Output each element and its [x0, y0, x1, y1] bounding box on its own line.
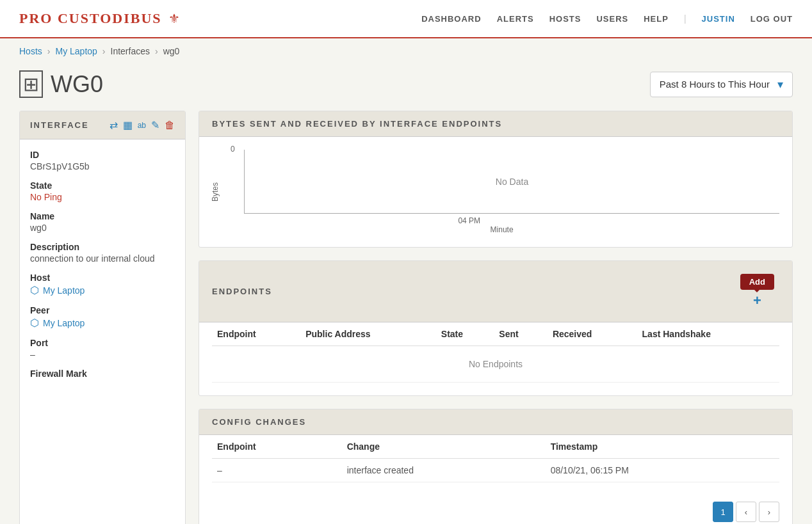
breadcrumb-wg0: wg0 [163, 46, 180, 56]
host-icon: ⬡ [30, 284, 39, 296]
field-value-host[interactable]: ⬡ My Laptop [30, 284, 175, 296]
nav-help[interactable]: HELP [644, 14, 669, 24]
breadcrumb-my-laptop[interactable]: My Laptop [55, 46, 97, 56]
chart-area: Bytes 0 No Data 04 PM Minute [199, 137, 792, 247]
endpoints-table: Endpoint Public Address State Sent Recei… [212, 322, 779, 383]
transfer-icon[interactable]: ⇄ [110, 119, 118, 131]
nav-logout[interactable]: LOG OUT [751, 14, 793, 24]
field-label-name: Name [30, 211, 175, 221]
time-selector-label: Past 8 Hours to This Hour [660, 79, 770, 90]
config-table-wrap: Endpoint Change Timestamp – interface cr… [199, 435, 792, 495]
config-col-endpoint: Endpoint [212, 435, 342, 459]
col-public-address: Public Address [300, 322, 436, 346]
col-state: State [436, 322, 494, 346]
sidebar-content: ID CBrS1pV1G5b State No Ping Name wg0 De… [20, 139, 185, 388]
add-tooltip: Add [740, 274, 774, 290]
breadcrumb: Hosts › My Laptop › Interfaces › wg0 [0, 38, 812, 64]
chart-x-minute-label: Minute [244, 225, 514, 234]
endpoints-table-wrap: Endpoint Public Address State Sent Recei… [199, 322, 792, 395]
app-header: PRO CUSTODIBUS ⚜ DASHBOARD ALERTS HOSTS … [0, 0, 812, 38]
chart-container: 0 No Data [244, 150, 779, 214]
col-sent: Sent [494, 322, 548, 346]
add-endpoint-area: Add + [735, 269, 779, 314]
time-selector[interactable]: Past 8 Hours to This Hour ▾ [650, 72, 793, 97]
sidebar-title: INTERFACE [30, 120, 89, 130]
nav-users[interactable]: USERS [596, 14, 628, 24]
breadcrumb-sep-1: › [47, 46, 51, 56]
logo-icon: ⚜ [168, 11, 180, 26]
endpoints-section-title: ENDPOINTS [212, 287, 272, 296]
delete-icon[interactable]: 🗑 [165, 120, 175, 131]
field-value-id: CBrS1pV1G5b [30, 161, 175, 171]
field-value-description: connection to our internal cloud [30, 253, 175, 264]
endpoints-section: ENDPOINTS Add + Endpoint Public Address … [199, 260, 793, 396]
chevron-down-icon: ▾ [777, 77, 783, 91]
col-endpoint: Endpoint [212, 322, 300, 346]
config-section-header: CONFIG CHANGES [199, 409, 792, 435]
sidebar-header: INTERFACE ⇄ ▦ ab ✎ 🗑 [20, 111, 185, 139]
breadcrumb-sep-2: › [102, 46, 106, 56]
field-label-description: Description [30, 242, 175, 252]
chart-y-label: Bytes [211, 182, 220, 202]
config-section-title: CONFIG CHANGES [212, 417, 306, 427]
field-label-peer: Peer [30, 305, 175, 315]
chart-no-data: No Data [496, 177, 528, 187]
next-page-button[interactable]: › [759, 502, 779, 522]
main-nav: DASHBOARD ALERTS HOSTS USERS HELP | JusT… [421, 13, 793, 24]
col-last-handshake: Last Handshake [637, 322, 779, 346]
page-title-text: WG0 [51, 71, 103, 98]
main-content: INTERFACE ⇄ ▦ ab ✎ 🗑 ID CBrS1pV1G5b Stat… [0, 111, 812, 524]
nav-alerts[interactable]: ALERTS [497, 14, 534, 24]
endpoints-section-header: ENDPOINTS Add + [199, 261, 792, 322]
field-label-id: ID [30, 150, 175, 160]
chart-section-title: BYTES SENT AND RECEIVED BY INTERFACE END… [212, 119, 502, 129]
add-label: Add [749, 277, 765, 287]
config-table-row: – interface created 08/10/21, 06:15 PM [212, 459, 779, 482]
pagination: 1 ‹ › [199, 495, 792, 524]
config-table: Endpoint Change Timestamp – interface cr… [212, 435, 779, 482]
nav-user[interactable]: JusTIN [702, 14, 735, 24]
config-row-change: interface created [342, 459, 546, 482]
config-table-header-row: Endpoint Change Timestamp [212, 435, 779, 459]
edit-icon[interactable]: ✎ [151, 119, 159, 131]
sidebar-action-icons: ⇄ ▦ ab ✎ 🗑 [110, 119, 175, 131]
page-title-area: ⊞ WG0 Past 8 Hours to This Hour ▾ [0, 64, 812, 111]
endpoints-table-header-row: Endpoint Public Address State Sent Recei… [212, 322, 779, 346]
config-col-timestamp: Timestamp [546, 435, 779, 459]
interface-icon: ⊞ [19, 70, 43, 98]
prev-page-button[interactable]: ‹ [736, 502, 756, 522]
field-label-state: State [30, 180, 175, 191]
endpoints-no-data-cell: No Endpoints [212, 346, 779, 383]
interface-sidebar: INTERFACE ⇄ ▦ ab ✎ 🗑 ID CBrS1pV1G5b Stat… [19, 111, 186, 524]
field-label-firewall-mark: Firewall Mark [30, 369, 175, 379]
qr-icon[interactable]: ▦ [123, 119, 133, 131]
field-value-port: – [30, 349, 175, 360]
field-label-host: Host [30, 273, 175, 283]
field-label-port: Port [30, 338, 175, 348]
breadcrumb-hosts[interactable]: Hosts [19, 46, 42, 56]
chart-x-time: 04 PM [244, 216, 480, 225]
chart-x-labels: 04 PM Minute [244, 216, 779, 234]
config-col-change: Change [342, 435, 546, 459]
page-title: ⊞ WG0 [19, 70, 103, 98]
breadcrumb-sep-3: › [155, 46, 158, 56]
field-value-peer[interactable]: ⬡ My Laptop [30, 317, 175, 329]
peer-icon: ⬡ [30, 317, 39, 329]
config-row-endpoint: – [212, 459, 342, 482]
nav-hosts[interactable]: HOSTS [549, 14, 581, 24]
right-panel: BYTES SENT AND RECEIVED BY INTERFACE END… [199, 111, 793, 524]
logo-text: PRO CUSTODIBUS [19, 10, 162, 27]
field-value-state: No Ping [30, 192, 175, 202]
logo: PRO CUSTODIBUS ⚜ [19, 10, 180, 27]
nav-dashboard[interactable]: DASHBOARD [421, 14, 482, 24]
chart-y-zero: 0 [231, 145, 235, 154]
col-received: Received [548, 322, 637, 346]
config-row-timestamp: 08/10/21, 06:15 PM [546, 459, 779, 482]
breadcrumb-interfaces: Interfaces [111, 46, 150, 56]
endpoints-no-data-row: No Endpoints [212, 346, 779, 383]
page-1-button[interactable]: 1 [713, 502, 733, 522]
nav-separator: | [684, 13, 686, 24]
config-section: CONFIG CHANGES Endpoint Change Timestamp… [199, 409, 793, 524]
ab-icon: ab [138, 121, 146, 130]
field-value-name: wg0 [30, 223, 175, 233]
